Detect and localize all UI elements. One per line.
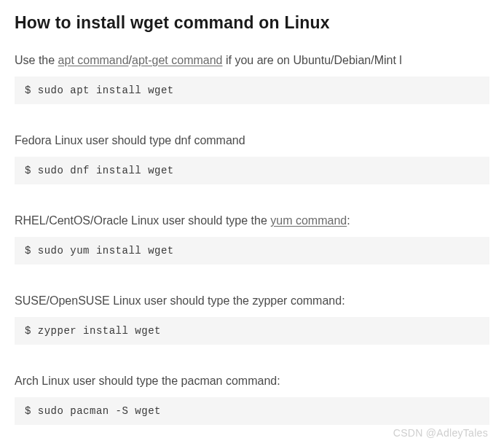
desc-pre: Use the <box>15 54 58 66</box>
instruction-section: RHEL/CentOS/Oracle Linux user should typ… <box>15 212 489 265</box>
instruction-text: Use the apt command/apt-get command if y… <box>15 52 489 69</box>
instruction-section: Use the apt command/apt-get command if y… <box>15 52 489 104</box>
apt-get-command-link[interactable]: apt-get command <box>132 54 223 66</box>
code-block: $ sudo yum install wget <box>15 237 489 265</box>
desc-post: if you are on Ubuntu/Debian/Mint l <box>223 54 402 66</box>
instruction-section: Fedora Linux user should type dnf comman… <box>15 132 489 184</box>
instruction-text: Arch Linux user should type the pacman c… <box>15 372 489 390</box>
watermark: CSDN @AdleyTales <box>393 427 488 439</box>
yum-command-link[interactable]: yum command <box>270 214 347 227</box>
instruction-text: SUSE/OpenSUSE Linux user should type the… <box>15 292 489 310</box>
instruction-text: RHEL/CentOS/Oracle Linux user should typ… <box>15 212 489 230</box>
instruction-text: Fedora Linux user should type dnf comman… <box>15 132 489 149</box>
instruction-section: Arch Linux user should type the pacman c… <box>15 372 489 425</box>
desc-post: : <box>347 214 350 227</box>
code-block: $ zypper install wget <box>15 317 489 345</box>
desc-pre: RHEL/CentOS/Oracle Linux user should typ… <box>15 214 270 227</box>
code-block: $ sudo dnf install wget <box>15 157 489 184</box>
code-block: $ sudo apt install wget <box>15 77 489 104</box>
page-title: How to install wget command on Linux <box>15 13 489 33</box>
apt-command-link[interactable]: apt command <box>58 54 129 66</box>
code-block: $ sudo pacman -S wget <box>15 397 489 425</box>
instruction-section: SUSE/OpenSUSE Linux user should type the… <box>15 292 489 345</box>
